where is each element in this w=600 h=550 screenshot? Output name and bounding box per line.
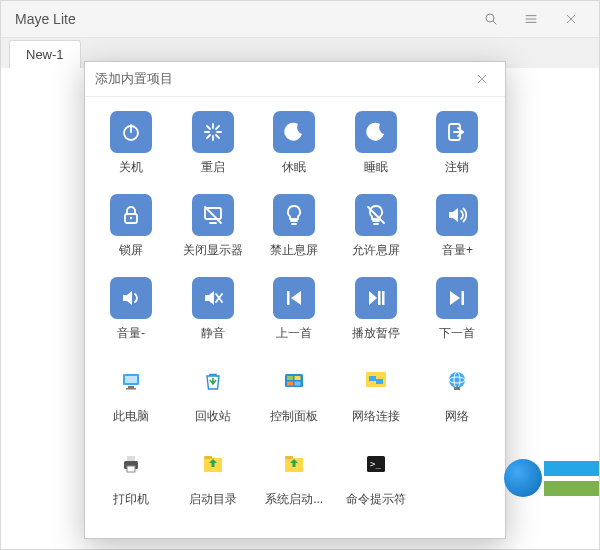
item-bulb-off[interactable]: 允许息屏 xyxy=(338,194,414,259)
item-icon-wrap xyxy=(355,111,397,153)
svg-rect-57 xyxy=(127,466,135,472)
svg-rect-59 xyxy=(204,456,212,459)
item-thispc[interactable]: 此电脑 xyxy=(93,360,169,425)
item-icon-wrap: >_ xyxy=(355,443,397,485)
item-label: 锁屏 xyxy=(119,242,143,259)
item-label: 音量+ xyxy=(442,242,473,259)
svg-marker-28 xyxy=(123,291,132,305)
close-icon xyxy=(475,72,489,86)
app-title: Maye Lite xyxy=(9,11,471,27)
item-playpause[interactable]: 播放暂停 xyxy=(338,277,414,342)
item-label: 上一首 xyxy=(276,325,312,342)
item-moon[interactable]: 休眠 xyxy=(256,111,332,176)
item-icon-wrap xyxy=(192,277,234,319)
item-lock[interactable]: 锁屏 xyxy=(93,194,169,259)
item-icon-wrap xyxy=(273,360,315,402)
item-label: 回收站 xyxy=(195,408,231,425)
item-label: 网络 xyxy=(445,408,469,425)
svg-marker-33 xyxy=(291,291,301,305)
item-icon-wrap xyxy=(110,111,152,153)
svg-rect-54 xyxy=(454,387,460,390)
moon-icon xyxy=(364,120,388,144)
item-label: 下一首 xyxy=(439,325,475,342)
prev-icon xyxy=(282,286,306,310)
item-bulb[interactable]: 禁止息屏 xyxy=(256,194,332,259)
add-builtin-dialog: 添加内置项目 关机重启休眠睡眠注销锁屏关闭显示器禁止息屏允许息屏音量+音量-静音… xyxy=(84,61,506,539)
mute-icon xyxy=(201,286,225,310)
item-label: 网络连接 xyxy=(352,408,400,425)
item-prev[interactable]: 上一首 xyxy=(256,277,332,342)
svg-marker-34 xyxy=(369,291,377,305)
moon-icon xyxy=(282,120,306,144)
item-recycle[interactable]: 回收站 xyxy=(175,360,251,425)
dialog-body: 关机重启休眠睡眠注销锁屏关闭显示器禁止息屏允许息屏音量+音量-静音上一首播放暂停… xyxy=(85,97,505,522)
svg-rect-46 xyxy=(287,382,293,386)
item-label: 启动目录 xyxy=(189,491,237,508)
thispc-icon xyxy=(119,369,143,393)
item-next[interactable]: 下一首 xyxy=(419,277,495,342)
svg-rect-56 xyxy=(127,456,135,461)
item-icon-wrap xyxy=(273,194,315,236)
item-cpanel[interactable]: 控制面板 xyxy=(256,360,332,425)
svg-line-16 xyxy=(216,135,219,138)
item-label: 播放暂停 xyxy=(352,325,400,342)
svg-rect-36 xyxy=(382,291,385,305)
search-icon xyxy=(483,11,499,27)
netconn-icon xyxy=(364,369,388,393)
item-power[interactable]: 关机 xyxy=(93,111,169,176)
item-icon-wrap xyxy=(355,277,397,319)
item-startup[interactable]: 启动目录 xyxy=(175,443,251,508)
svg-rect-62 xyxy=(285,456,293,459)
search-button[interactable] xyxy=(471,1,511,37)
svg-point-51 xyxy=(449,372,465,388)
menu-button[interactable] xyxy=(511,1,551,37)
item-icon-wrap xyxy=(273,277,315,319)
tab-new-1[interactable]: New-1 xyxy=(9,40,81,68)
svg-rect-37 xyxy=(462,291,465,305)
item-cmd[interactable]: >_命令提示符 xyxy=(338,443,414,508)
item-icon-wrap xyxy=(436,111,478,153)
svg-line-18 xyxy=(207,135,210,138)
svg-rect-42 xyxy=(126,388,136,390)
svg-text:>_: >_ xyxy=(370,459,381,469)
item-restart[interactable]: 重启 xyxy=(175,111,251,176)
item-icon-wrap xyxy=(355,194,397,236)
network-icon xyxy=(445,369,469,393)
item-icon-wrap xyxy=(192,194,234,236)
item-vol-down[interactable]: 音量- xyxy=(93,277,169,342)
item-icon-wrap xyxy=(436,194,478,236)
item-network[interactable]: 网络 xyxy=(419,360,495,425)
decorative-artifact xyxy=(504,459,599,514)
item-icon-wrap xyxy=(436,360,478,402)
item-mute[interactable]: 静音 xyxy=(175,277,251,342)
item-label: 静音 xyxy=(201,325,225,342)
svg-rect-47 xyxy=(295,382,301,386)
svg-rect-35 xyxy=(378,291,381,305)
item-icon-wrap xyxy=(192,360,234,402)
item-vol-up[interactable]: 音量+ xyxy=(419,194,495,259)
svg-rect-40 xyxy=(125,376,137,383)
window-close-button[interactable] xyxy=(551,1,591,37)
bulb-off-icon xyxy=(364,203,388,227)
item-startup[interactable]: 系统启动... xyxy=(256,443,332,508)
dialog-close-button[interactable] xyxy=(469,66,495,92)
cmd-icon: >_ xyxy=(364,452,388,476)
item-netconn[interactable]: 网络连接 xyxy=(338,360,414,425)
svg-rect-49 xyxy=(369,376,376,381)
item-moon[interactable]: 睡眠 xyxy=(338,111,414,176)
item-logout[interactable]: 注销 xyxy=(419,111,495,176)
svg-rect-41 xyxy=(128,386,134,388)
items-grid: 关机重启休眠睡眠注销锁屏关闭显示器禁止息屏允许息屏音量+音量-静音上一首播放暂停… xyxy=(93,111,497,508)
item-label: 允许息屏 xyxy=(352,242,400,259)
item-label: 关机 xyxy=(119,159,143,176)
vol-up-icon xyxy=(445,203,469,227)
item-label: 音量- xyxy=(117,325,145,342)
item-label: 注销 xyxy=(445,159,469,176)
item-printer[interactable]: 打印机 xyxy=(93,443,169,508)
recycle-icon xyxy=(201,369,225,393)
dialog-title: 添加内置项目 xyxy=(95,70,469,88)
svg-line-1 xyxy=(493,21,496,24)
item-label: 打印机 xyxy=(113,491,149,508)
item-monitor-off[interactable]: 关闭显示器 xyxy=(175,194,251,259)
item-label: 关闭显示器 xyxy=(183,242,243,259)
